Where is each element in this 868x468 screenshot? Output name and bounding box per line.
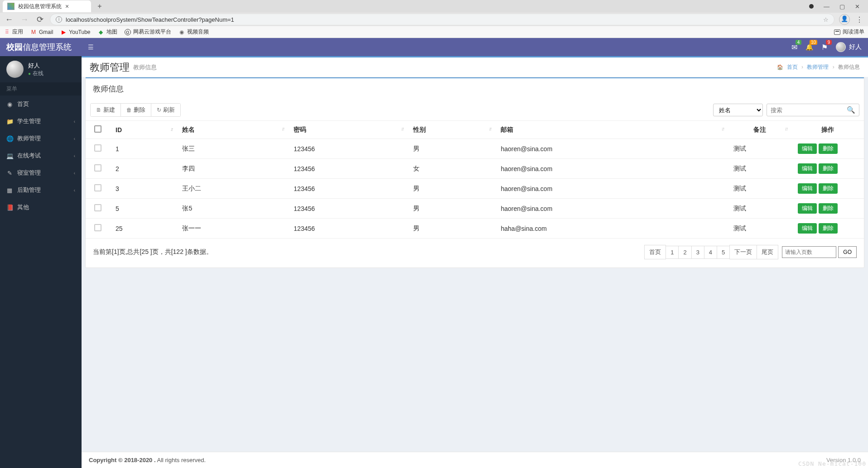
sidebar-item-6[interactable]: 📕其他 (0, 199, 82, 216)
flag-badge: 9 (826, 40, 832, 45)
new-tab-button[interactable]: + (95, 2, 105, 10)
row-checkbox[interactable] (94, 184, 101, 191)
col-name[interactable]: 姓名↓↑ (177, 121, 288, 139)
browser-menu-button[interactable]: ⋮ (854, 15, 864, 24)
cell-email: haha@sina.com (495, 219, 728, 239)
row-checkbox[interactable] (94, 144, 101, 152)
minimize-button[interactable]: — (824, 3, 829, 10)
edit-button[interactable]: 编辑 (798, 163, 817, 174)
row-delete-button[interactable]: 删除 (819, 143, 838, 154)
topbar-user-menu[interactable]: 好人 (836, 42, 862, 52)
bell-notification[interactable]: 10 (805, 43, 813, 51)
back-button[interactable]: ← (4, 15, 14, 24)
chevron-left-icon: ‹ (74, 119, 75, 124)
cell-name: 李四 (177, 159, 288, 179)
page-next[interactable]: 下一页 (729, 245, 757, 259)
home-icon (777, 64, 785, 70)
delete-button[interactable]: 🗑删除 (121, 104, 151, 116)
maximize-button[interactable]: ▢ (839, 3, 845, 10)
mail-notification[interactable]: 4 (791, 43, 797, 52)
sidebar-item-5[interactable]: ▦后勤管理‹ (0, 181, 82, 199)
row-delete-button[interactable]: 删除 (819, 203, 838, 214)
page-number[interactable]: 2 (678, 246, 691, 259)
cell-id: 3 (110, 179, 177, 199)
apps-icon: ⠿ (4, 29, 10, 35)
new-button[interactable]: 🗎新建 (91, 104, 121, 116)
cell-gender: 女 (408, 159, 496, 179)
row-delete-button[interactable]: 删除 (819, 223, 838, 234)
netease-icon: o (125, 29, 131, 35)
sort-icon: ↓↑ (721, 126, 723, 131)
bookmark-apps[interactable]: ⠿应用 (4, 28, 23, 36)
dashboard-icon: ◉ (6, 101, 13, 108)
reading-list-button[interactable]: 阅读清单 (834, 28, 864, 36)
crumb-home[interactable]: 首页 (787, 64, 798, 70)
select-all-checkbox[interactable] (94, 125, 101, 133)
sidebar-item-0[interactable]: ◉首页 (0, 96, 82, 113)
pagination: 首页 12345 下一页 尾页 GO (645, 245, 857, 259)
profile-button[interactable]: 👤 (839, 14, 850, 25)
bookmark-youtube[interactable]: ▶YouTube (60, 29, 90, 35)
blocker-icon[interactable] (809, 3, 814, 10)
crumb-mid[interactable]: 教师管理 (807, 64, 829, 70)
search-field-select[interactable]: 姓名 (713, 104, 763, 116)
row-checkbox[interactable] (94, 224, 101, 231)
search-input[interactable] (771, 107, 847, 114)
map-icon: ◆ (98, 29, 104, 35)
row-delete-button[interactable]: 删除 (819, 183, 838, 194)
file-icon: 🗎 (96, 107, 101, 113)
page-goto-input[interactable] (782, 246, 836, 258)
sidebar-item-3[interactable]: 💻在线考试‹ (0, 147, 82, 164)
bookmark-map[interactable]: ◆地图 (98, 28, 117, 36)
grid-icon: ▦ (6, 187, 13, 194)
footer-version: Version 1.0.0 (826, 457, 861, 463)
address-bar[interactable]: i localhost/schoolproSystem/ShowTeacherC… (50, 14, 834, 25)
table-row: 3王小二123456男haoren@sina.com测试编辑删除 (86, 179, 864, 199)
col-id[interactable]: ID↓↑ (110, 121, 177, 139)
sidebar-username: 好人 (28, 62, 43, 70)
edit-button[interactable]: 编辑 (798, 183, 817, 194)
page-go-button[interactable]: GO (838, 246, 857, 258)
bookmark-gmail[interactable]: MGmail (30, 29, 53, 35)
bell-badge: 10 (810, 40, 817, 45)
row-delete-button[interactable]: 删除 (819, 163, 838, 174)
sidebar-item-2[interactable]: 🌐教师管理‹ (0, 130, 82, 147)
page-number[interactable]: 4 (704, 246, 717, 259)
browser-tab[interactable]: 校园信息管理系统 × (3, 0, 91, 12)
bookmark-star-icon[interactable]: ☆ (823, 16, 829, 23)
sidebar-item-label: 寝室管理 (17, 169, 41, 177)
close-window-button[interactable]: ✕ (855, 3, 860, 10)
col-email[interactable]: 邮箱↓↑ (495, 121, 728, 139)
sidebar-toggle-button[interactable]: ☰ (88, 43, 94, 51)
window-controls: — ▢ ✕ (809, 3, 865, 10)
col-gender[interactable]: 性别↓↑ (408, 121, 496, 139)
teacher-table: ID↓↑ 姓名↓↑ 密码↓↑ 性别↓↑ 邮箱↓↑ 备注↓↑ 操作 1张三1234… (86, 120, 864, 239)
sidebar-item-1[interactable]: 📁学生管理‹ (0, 113, 82, 130)
search-icon[interactable]: 🔍 (847, 106, 855, 114)
site-info-icon[interactable]: i (56, 16, 62, 23)
edit-button[interactable]: 编辑 (798, 203, 817, 214)
cell-gender: 男 (408, 179, 496, 199)
close-icon[interactable]: × (65, 3, 69, 10)
edit-button[interactable]: 编辑 (798, 223, 817, 234)
book-icon: 📕 (6, 204, 13, 211)
page-number[interactable]: 1 (665, 246, 679, 259)
bookmark-media[interactable]: ◉视频音频 (178, 28, 209, 36)
bookmark-netease[interactable]: o网易云游戏平台 (125, 28, 171, 36)
forward-button[interactable]: → (19, 15, 30, 24)
page-number[interactable]: 5 (717, 246, 730, 259)
row-checkbox[interactable] (94, 164, 101, 172)
page-number[interactable]: 3 (691, 246, 704, 259)
edit-button[interactable]: 编辑 (798, 143, 817, 154)
page-first[interactable]: 首页 (644, 245, 666, 259)
flag-notification[interactable]: 9 (821, 43, 828, 52)
col-remark[interactable]: 备注↓↑ (728, 121, 791, 139)
table-row: 1张三123456男haoren@sina.com测试编辑删除 (86, 139, 864, 159)
gmail-icon: M (30, 29, 37, 35)
col-pwd[interactable]: 密码↓↑ (288, 121, 407, 139)
refresh-button[interactable]: ↻刷新 (151, 104, 180, 116)
reload-button[interactable]: ⟳ (34, 14, 45, 24)
sidebar-item-4[interactable]: ✎寝室管理‹ (0, 164, 82, 181)
page-last[interactable]: 尾页 (757, 245, 778, 259)
row-checkbox[interactable] (94, 204, 101, 211)
